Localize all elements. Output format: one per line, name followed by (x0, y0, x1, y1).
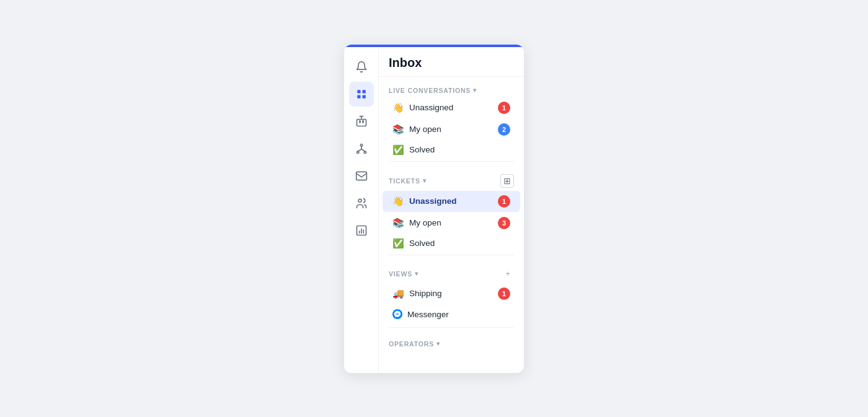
page-title: Inbox (389, 56, 514, 70)
sidebar-icon-flow[interactable] (349, 136, 374, 161)
svg-rect-13 (356, 172, 366, 180)
panel-header: Inbox (379, 45, 524, 77)
operators-label: OPERATORS ▾ (389, 340, 440, 348)
live-unassigned-icon: 👋 (392, 103, 404, 112)
svg-line-11 (358, 149, 361, 151)
sidebar (344, 45, 379, 373)
operators-header[interactable]: OPERATORS ▾ (379, 336, 524, 350)
section-live-conversations: LIVE CONVERSATIONS ▾ 👋 Unassigned 1 📚 My… (379, 77, 524, 159)
section-operators: OPERATORS ▾ (379, 330, 524, 350)
section-views: VIEWS ▾ + 🚚 Shipping 1 (379, 258, 524, 325)
sidebar-icon-grid[interactable] (349, 82, 374, 107)
live-unassigned-label: Unassigned (409, 103, 453, 112)
svg-rect-1 (362, 90, 365, 93)
tickets-unassigned-label: Unassigned (409, 196, 457, 206)
tickets-chevron: ▾ (423, 177, 427, 184)
live-myopen-icon: 📚 (392, 125, 404, 134)
divider-1 (389, 161, 514, 162)
tickets-add-button[interactable]: ⊞ (500, 174, 514, 188)
views-messenger-item[interactable]: Messenger (383, 305, 520, 325)
svg-rect-0 (357, 90, 360, 93)
divider-3 (389, 327, 514, 328)
live-myopen-item[interactable]: 📚 My open 2 (383, 119, 520, 140)
tickets-header[interactable]: TICKETS ▾ ⊞ (379, 170, 524, 190)
views-shipping-icon: 🚚 (392, 289, 404, 298)
views-messenger-label: Messenger (407, 310, 449, 319)
tickets-unassigned-badge: 1 (498, 195, 510, 208)
svg-rect-2 (357, 95, 360, 98)
svg-line-12 (361, 149, 365, 151)
sidebar-icon-contacts[interactable] (349, 191, 374, 216)
views-messenger-icon (392, 309, 402, 320)
views-shipping-item[interactable]: 🚚 Shipping 1 (383, 283, 520, 304)
live-unassigned-item[interactable]: 👋 Unassigned 1 (383, 97, 520, 118)
views-shipping-label: Shipping (409, 289, 442, 298)
sidebar-icon-bot[interactable] (349, 109, 374, 134)
svg-point-5 (359, 121, 360, 122)
sidebar-icon-reports[interactable] (349, 218, 374, 243)
svg-point-16 (392, 309, 402, 319)
tickets-myopen-icon: 📚 (392, 218, 404, 227)
live-solved-item[interactable]: ✅ Solved (383, 141, 520, 159)
tickets-myopen-item[interactable]: 📚 My open 3 (383, 213, 520, 234)
live-conversations-chevron: ▾ (473, 87, 477, 94)
app-window: Inbox LIVE CONVERSATIONS ▾ 👋 Unassigned … (344, 45, 524, 373)
live-solved-label: Solved (409, 145, 435, 154)
sidebar-icon-inbox[interactable] (349, 55, 374, 79)
svg-point-14 (358, 199, 361, 202)
live-conversations-label: LIVE CONVERSATIONS ▾ (389, 87, 477, 94)
tickets-unassigned-icon: 👋 (392, 196, 404, 206)
views-add-button[interactable]: + (502, 268, 514, 280)
live-myopen-label: My open (409, 125, 441, 134)
views-header[interactable]: VIEWS ▾ + (379, 264, 524, 283)
operators-chevron: ▾ (436, 340, 440, 347)
main-panel: Inbox LIVE CONVERSATIONS ▾ 👋 Unassigned … (379, 45, 524, 373)
svg-rect-4 (356, 119, 366, 126)
live-unassigned-badge: 1 (498, 102, 510, 114)
tickets-myopen-label: My open (409, 218, 441, 227)
divider-2 (389, 255, 514, 255)
svg-rect-3 (362, 95, 365, 98)
tickets-solved-icon: ✅ (392, 239, 404, 248)
views-label: VIEWS ▾ (389, 270, 418, 278)
tickets-unassigned-item[interactable]: 👋 Unassigned 1 (383, 191, 520, 212)
live-solved-icon: ✅ (392, 145, 404, 154)
svg-point-6 (362, 121, 363, 122)
tickets-solved-label: Solved (409, 239, 435, 248)
tickets-label: TICKETS ▾ (389, 177, 427, 185)
views-chevron: ▾ (415, 270, 418, 277)
tickets-myopen-badge: 3 (498, 217, 510, 229)
live-myopen-badge: 2 (498, 123, 510, 136)
live-conversations-header[interactable]: LIVE CONVERSATIONS ▾ (379, 83, 524, 97)
section-tickets: TICKETS ▾ ⊞ 👋 Unassigned 1 📚 My open (379, 164, 524, 252)
sidebar-icon-mail[interactable] (349, 164, 374, 188)
views-shipping-badge: 1 (498, 288, 510, 300)
tickets-solved-item[interactable]: ✅ Solved (383, 234, 520, 252)
